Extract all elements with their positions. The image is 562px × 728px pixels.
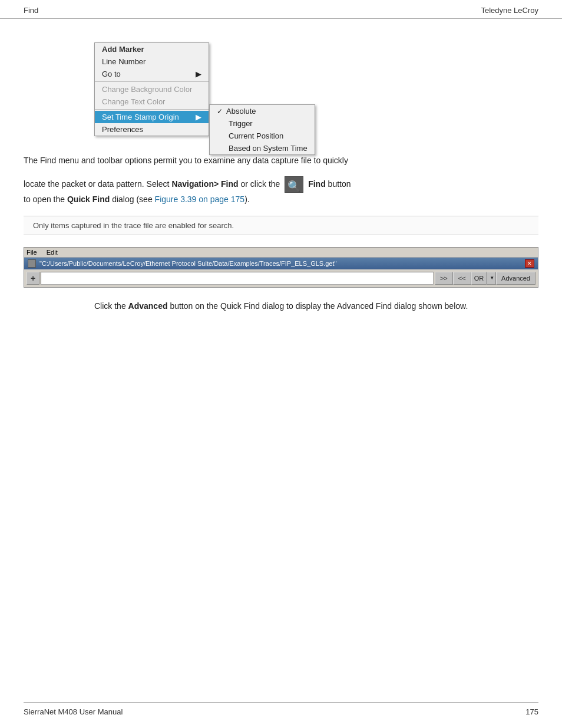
body-paragraph-1: The Find menu and toolbar options permit… [24, 154, 538, 167]
menu-item-linenumber[interactable]: Line Number [95, 55, 209, 68]
menu-item-timestamp[interactable]: Set Time Stamp Origin ▶ [95, 111, 209, 123]
qf-close-button[interactable]: ✕ [525, 259, 534, 268]
context-menu: Add Marker Line Number Go to ▶ Change Ba… [94, 42, 209, 136]
page-header: Find Teledyne LeCroy [0, 0, 562, 19]
qf-forward-button[interactable]: >> [435, 272, 453, 285]
qf-add-button[interactable]: + [27, 272, 39, 285]
qf-advanced-button[interactable]: Advanced [496, 272, 535, 285]
qf-toolbar: + >> << OR ▼ Advanced [24, 269, 538, 287]
quick-find-dialog: File Edit "C:/Users/Public/Documents/LeC… [24, 247, 538, 288]
page-footer: SierraNet M408 User Manual 175 [24, 702, 538, 716]
menu-separator [95, 81, 209, 82]
submenu-item-current[interactable]: Current Position [210, 130, 315, 142]
qf-menu-bar: File Edit [24, 248, 538, 258]
qf-back-button[interactable]: << [453, 272, 471, 285]
header-right: Teledyne LeCroy [481, 6, 538, 15]
submenu-item-trigger[interactable]: Trigger [210, 117, 315, 130]
header-left: Find [24, 6, 38, 15]
qf-or-dropdown[interactable]: ▼ [487, 272, 496, 285]
qf-title-text: "C:/Users/Public/Documents/LeCroy/Ethern… [39, 260, 521, 267]
menu-header-item: Add Marker [95, 43, 209, 55]
submenu-arrow-icon: ▶ [196, 70, 201, 78]
menu-item-goto[interactable]: Go to ▶ [95, 68, 209, 80]
qf-or-button[interactable]: OR [471, 272, 487, 285]
menu-item-bg-color: Change Background Color [95, 83, 209, 95]
footer-right: 175 [525, 707, 538, 716]
qf-menu-edit[interactable]: Edit [47, 249, 58, 256]
submenu-arrow-icon-2: ▶ [196, 113, 201, 121]
qf-menu-file[interactable]: File [27, 249, 37, 256]
find-button-icon [285, 176, 303, 193]
timestamp-submenu: Absolute Trigger Current Position Based … [209, 104, 315, 155]
menu-separator-2 [95, 109, 209, 110]
qf-search-input[interactable] [41, 272, 434, 285]
menu-item-text-color: Change Text Color [95, 95, 209, 108]
main-content: Add Marker Line Number Go to ▶ Change Ba… [0, 19, 562, 369]
context-menu-screenshot: Add Marker Line Number Go to ▶ Change Ba… [94, 42, 342, 136]
qf-titlebar: "C:/Users/Public/Documents/LeCroy/Ethern… [24, 258, 538, 269]
body-paragraph-2: locate the packet or data pattern. Selec… [24, 176, 538, 206]
note-box: Only items captured in the trace file ar… [24, 216, 538, 235]
chevron-down-icon: ▼ [490, 275, 494, 281]
figure-link[interactable]: Figure 3.39 on page 175 [155, 195, 245, 204]
qf-app-icon [28, 259, 36, 268]
menu-item-preferences[interactable]: Preferences [95, 123, 209, 136]
submenu-item-systime[interactable]: Based on System Time [210, 142, 315, 154]
footer-left: SierraNet M408 User Manual [24, 707, 123, 716]
description-text: Click the Advanced button on the Quick F… [24, 299, 538, 312]
submenu-item-absolute[interactable]: Absolute [210, 105, 315, 117]
